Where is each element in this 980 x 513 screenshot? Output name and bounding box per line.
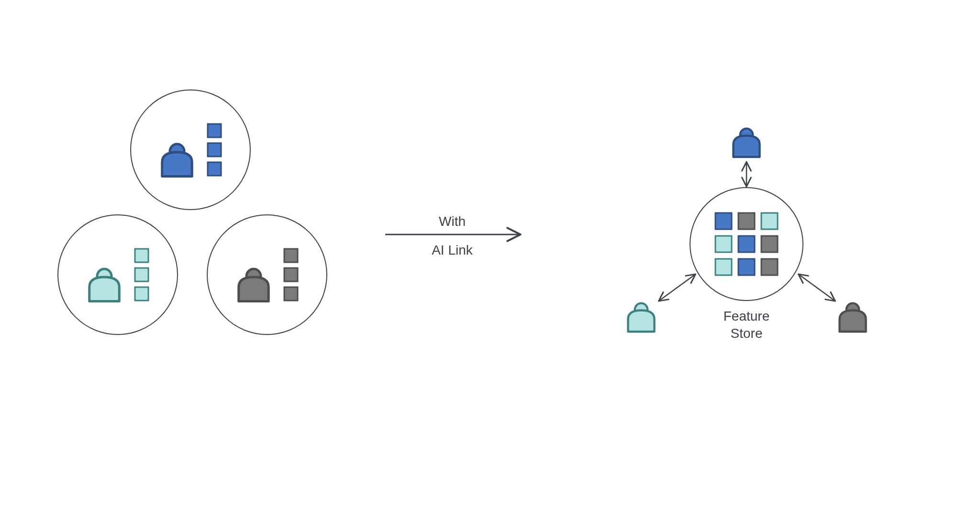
- silo-outline-icon: [207, 215, 327, 335]
- silo-person-teal-icon: [89, 269, 120, 301]
- store-user-blue-icon: [734, 129, 760, 157]
- silo-gray-square-0-icon: [284, 249, 298, 262]
- left-siloed-cluster: [58, 90, 327, 335]
- diagram-canvas: With AI Link Feature Store: [0, 0, 980, 513]
- silo-person-gray-icon: [239, 269, 269, 301]
- store-cell-r1-c2-icon: [761, 236, 778, 252]
- silo-circle-teal: [58, 215, 178, 335]
- arrow-label-line1: With: [439, 214, 466, 229]
- feature-store-circle: [690, 188, 803, 301]
- store-cell-r1-c1-icon: [738, 236, 755, 252]
- store-cell-r0-c0-icon: [715, 213, 732, 229]
- store-connector-2-icon: [799, 275, 835, 301]
- feature-store-label-line2: Store: [731, 326, 763, 341]
- store-cell-r0-c2-icon: [761, 213, 778, 229]
- store-cell-r2-c0-icon: [715, 259, 732, 275]
- silo-gray-square-1-icon: [284, 268, 298, 281]
- store-cell-r2-c2-icon: [761, 259, 778, 275]
- person-body-icon: [734, 136, 760, 157]
- arrow-label-line2: AI Link: [432, 243, 473, 257]
- silo-blue-square-2-icon: [208, 162, 221, 176]
- silo-teal-square-1-icon: [135, 268, 148, 281]
- person-body-icon: [239, 277, 269, 301]
- store-user-teal-icon: [628, 303, 655, 332]
- silo-teal-square-2-icon: [135, 287, 148, 301]
- silo-gray-square-2-icon: [284, 287, 298, 301]
- silo-blue-square-1-icon: [208, 143, 221, 156]
- person-body-icon: [628, 311, 655, 332]
- transition-arrow-group: With AI Link: [385, 214, 519, 257]
- person-body-icon: [162, 152, 192, 177]
- silo-teal-square-0-icon: [135, 249, 148, 262]
- person-body-icon: [89, 277, 120, 301]
- store-cell-r2-c1-icon: [738, 259, 755, 275]
- silo-blue-square-0-icon: [208, 124, 221, 137]
- feature-store-connectors: [659, 163, 835, 301]
- store-cell-r1-c0-icon: [715, 236, 732, 252]
- silo-circle-gray: [207, 215, 327, 335]
- silo-outline-icon: [131, 90, 250, 210]
- silo-person-blue-icon: [162, 144, 192, 177]
- silo-outline-icon: [58, 215, 178, 335]
- store-connector-1-icon: [659, 275, 695, 301]
- feature-store-label-line1: Feature: [724, 309, 770, 323]
- store-user-gray-icon: [840, 303, 866, 332]
- silo-circle-blue: [131, 90, 250, 210]
- feature-store-users: [628, 129, 866, 332]
- right-feature-store-cluster: Feature Store: [628, 129, 866, 341]
- store-cell-r0-c1-icon: [738, 213, 755, 229]
- person-body-icon: [840, 311, 866, 332]
